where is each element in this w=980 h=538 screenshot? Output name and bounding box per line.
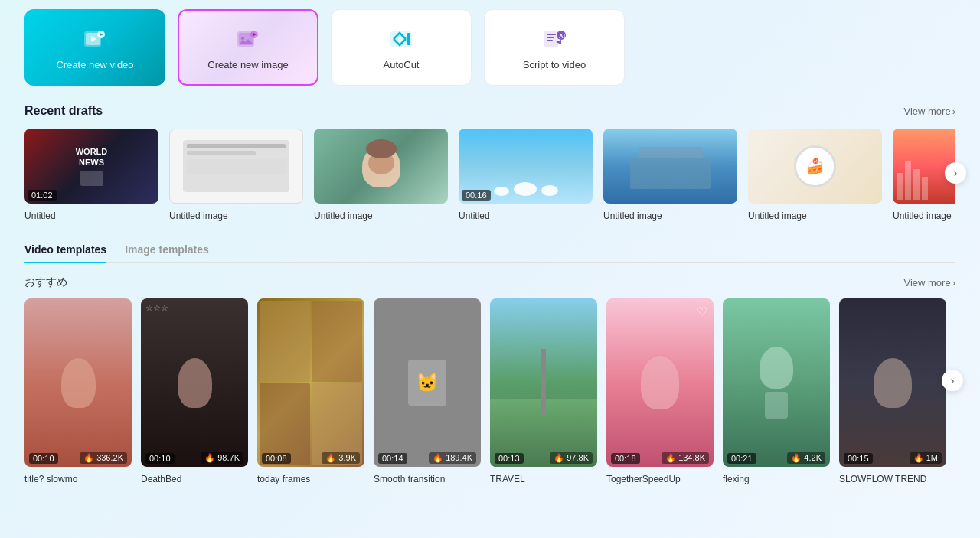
draft-item[interactable]: WORLDNEWS 01:02 Untitled — [24, 129, 158, 222]
template-duration: 00:21 — [727, 453, 756, 464]
template-duration: 00:18 — [611, 453, 640, 464]
templates-section: おすすめ View more › 00:10 🔥 336.2K — [24, 276, 956, 485]
template-thumbnail: 00:10 🔥 336.2K — [24, 298, 132, 467]
draft-item[interactable]: Untitled image — [314, 129, 448, 222]
svg-rect-12 — [544, 31, 558, 47]
draft-thumbnail: 00:16 — [459, 129, 593, 204]
template-duration: 00:15 — [844, 453, 873, 464]
draft-name: Untitled — [459, 210, 490, 221]
autocut-label: AutoCut — [384, 59, 420, 70]
draft-item[interactable]: Untitled image — [169, 129, 303, 222]
templates-scroll: 00:10 🔥 336.2K title? slowmo ☆☆☆ — [24, 298, 956, 485]
template-duration: 00:13 — [495, 453, 524, 464]
script-to-video-label: Script to video — [523, 59, 586, 70]
recent-drafts-header: Recent drafts View more › — [24, 104, 956, 118]
draft-name: Untitled image — [314, 210, 373, 221]
recent-drafts-title: Recent drafts — [24, 104, 103, 118]
svg-rect-15 — [547, 40, 553, 41]
recent-drafts-view-more[interactable]: View more › — [903, 106, 956, 117]
template-name: today frames — [257, 474, 310, 484]
draft-duration: 00:16 — [462, 190, 491, 201]
svg-point-9 — [241, 37, 244, 40]
template-name: title? slowmo — [24, 474, 77, 484]
template-likes: 🔥 4.2K — [787, 452, 825, 464]
create-image-label: Create new image — [207, 59, 289, 70]
draft-thumbnail — [603, 129, 737, 204]
autocut-card[interactable]: AutoCut — [331, 9, 472, 86]
create-video-card[interactable]: + Create new video — [24, 9, 165, 86]
tab-video-templates[interactable]: Video templates — [24, 243, 106, 263]
templates-subsection-header: おすすめ View more › — [24, 276, 956, 289]
draft-duration: 01:02 — [28, 190, 57, 201]
template-thumbnail: 🐱 00:14 🔥 189.4K — [374, 298, 481, 467]
template-thumbnail: 00:13 🔥 97.8K — [490, 298, 597, 467]
template-item[interactable]: 00:13 🔥 97.8K TRAVEL — [490, 298, 597, 485]
create-video-icon: + — [81, 25, 109, 53]
svg-text:+: + — [253, 31, 256, 38]
drafts-container: WORLDNEWS 01:02 Untitled — [24, 129, 956, 222]
template-duration: 00:10 — [29, 453, 58, 464]
templates-view-more[interactable]: View more › — [903, 277, 956, 289]
svg-text:+: + — [100, 31, 103, 38]
script-to-video-icon: AI — [541, 25, 568, 53]
draft-item[interactable]: 00:16 Untitled — [459, 129, 593, 222]
create-image-card[interactable]: + Create new image — [178, 9, 318, 86]
template-name: flexing — [723, 474, 750, 484]
template-likes: 🔥 189.4K — [429, 452, 476, 464]
template-name: Smooth transition — [374, 474, 445, 484]
template-name: TRAVEL — [490, 474, 525, 484]
template-item[interactable]: 🐱 00:14 🔥 189.4K Smooth transition — [374, 298, 481, 485]
svg-rect-13 — [547, 34, 556, 35]
drafts-scroll: WORLDNEWS 01:02 Untitled — [24, 129, 956, 222]
draft-name: Untitled — [24, 210, 56, 221]
template-likes: 🔥 134.8K — [662, 452, 709, 464]
draft-item[interactable]: Untitled image — [603, 129, 737, 222]
template-thumbnail: ☆☆☆ 00:10 🔥 98.7K — [141, 298, 248, 467]
draft-name: Untitled image — [169, 210, 228, 221]
draft-name: Untitled image — [603, 210, 662, 221]
template-thumbnail: 00:21 🔥 4.2K — [723, 298, 830, 467]
template-item[interactable]: ☆☆☆ 00:10 🔥 98.7K DeathBed — [141, 298, 248, 485]
tab-image-templates[interactable]: Image templates — [125, 243, 209, 263]
template-name: TogetherSpeedUp — [606, 474, 681, 484]
templates-scroll-right[interactable]: › — [942, 370, 963, 391]
template-thumbnail: ♡ 00:18 🔥 134.8K — [606, 298, 714, 467]
draft-name: Untitled image — [893, 210, 952, 221]
template-duration: 00:14 — [378, 453, 407, 464]
template-item[interactable]: 00:15 🔥 1M SLOWFLOW TREND — [839, 298, 946, 485]
draft-thumbnail: 🍰 — [748, 129, 882, 204]
drafts-scroll-right[interactable]: › — [945, 162, 966, 184]
heart-icon: ♡ — [697, 305, 707, 319]
template-item[interactable]: 00:08 🔥 3.9K today frames — [257, 298, 364, 485]
draft-name: Untitled image — [748, 210, 807, 221]
draft-thumbnail — [169, 129, 303, 204]
template-duration: 00:08 — [262, 453, 291, 464]
autocut-icon — [387, 25, 415, 53]
template-item[interactable]: ♡ 00:18 🔥 134.8K TogetherSpeedUp — [606, 298, 714, 485]
template-duration: 00:10 — [145, 453, 175, 464]
svg-rect-11 — [407, 33, 410, 45]
action-cards-row: + Create new video + Create new image — [24, 9, 956, 86]
template-likes: 🔥 1M — [910, 452, 942, 464]
template-tabs: Video templates Image templates — [24, 243, 956, 263]
create-video-label: Create new video — [56, 59, 133, 70]
template-likes: 🔥 336.2K — [80, 452, 127, 464]
template-item[interactable]: 00:10 🔥 336.2K title? slowmo — [24, 298, 132, 485]
template-name: DeathBed — [141, 474, 181, 484]
template-likes: 🔥 3.9K — [322, 452, 360, 464]
template-likes: 🔥 97.8K — [550, 452, 593, 464]
template-item[interactable]: 00:21 🔥 4.2K flexing — [723, 298, 830, 485]
svg-rect-14 — [547, 37, 554, 38]
create-image-icon: + — [234, 25, 262, 53]
draft-thumbnail — [314, 129, 448, 204]
templates-scroll-container: 00:10 🔥 336.2K title? slowmo ☆☆☆ — [24, 298, 956, 485]
draft-item[interactable]: 🍰 Untitled image — [748, 129, 882, 222]
script-to-video-card[interactable]: AI Script to video — [484, 9, 625, 86]
draft-thumbnail: WORLDNEWS 01:02 — [24, 129, 158, 204]
template-thumbnail: 00:15 🔥 1M — [839, 298, 946, 467]
templates-subsection-title: おすすめ — [24, 276, 67, 289]
stars-icon: ☆☆☆ — [145, 303, 168, 313]
svg-text:AI: AI — [559, 32, 565, 39]
template-thumbnail: 00:08 🔥 3.9K — [257, 298, 364, 467]
template-name: SLOWFLOW TREND — [839, 474, 926, 484]
